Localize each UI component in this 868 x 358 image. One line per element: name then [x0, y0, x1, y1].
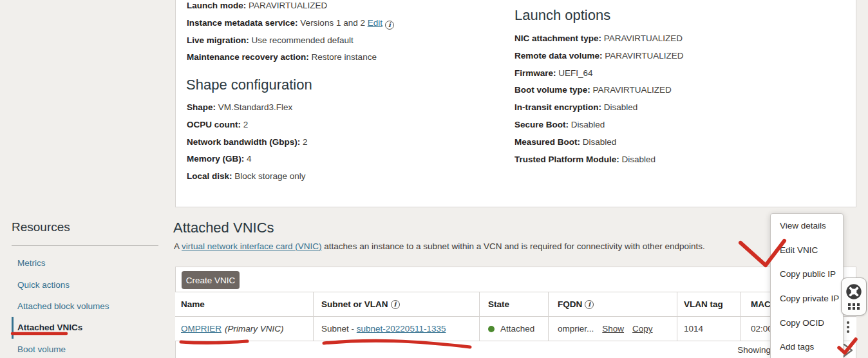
launch-options-heading: Launch options	[514, 7, 610, 24]
sidebar-resources-list: Metrics Quick actions Attached block vol…	[12, 252, 160, 358]
cell-name: OMPRIER(Primary VNIC)	[175, 317, 314, 341]
fqdn-show-link[interactable]: Show	[602, 324, 624, 334]
detail-nic-attachment: NIC attachment type: PARAVIRTUALIZED	[514, 30, 684, 48]
detail-memory: Memory (GB): 4	[187, 151, 308, 168]
cell-vlan-tag: 1014	[677, 317, 741, 341]
extension-widget[interactable]	[841, 278, 867, 316]
sidebar-divider	[12, 245, 158, 246]
resources-heading: Resources	[12, 220, 70, 234]
edit-metadata-link[interactable]: Edit	[368, 18, 382, 28]
menu-item-copy-public-ip[interactable]: Copy public IP	[771, 262, 843, 287]
primary-vnic-note: (Primary VNIC)	[225, 324, 284, 334]
vnic-name-link[interactable]: OMPRIER	[181, 324, 222, 334]
detail-remote-data-volume: Remote data volume: PARAVIRTUALIZED	[514, 48, 684, 65]
col-header-fqdn: FQDN	[549, 292, 677, 316]
menu-item-copy-ocid[interactable]: Copy OCID	[771, 310, 843, 335]
vnic-doc-link[interactable]: virtual network interface card (VNIC)	[182, 241, 322, 251]
state-attached-dot	[488, 326, 495, 332]
attached-vnics-description: A virtual network interface card (VNIC) …	[174, 241, 705, 251]
vnics-table-header: Name Subnet or VLAN State FQDN VLAN tag …	[175, 292, 856, 317]
col-header-name: Name	[175, 292, 314, 316]
detail-bandwidth: Network bandwidth (Gbps): 2	[187, 134, 308, 151]
subnet-link[interactable]: subnet-20220511-1335	[357, 324, 446, 334]
cell-state: Attached	[480, 317, 549, 341]
detail-shape: Shape: VM.Standard3.Flex	[187, 99, 308, 117]
shape-configuration-heading: Shape configuration	[186, 77, 312, 93]
cell-subnet: Subnet - subnet-20220511-1335	[314, 317, 480, 341]
shape-details: Shape: VM.Standard3.Flex OCPU count: 2 N…	[187, 99, 308, 185]
detail-secure-boot: Secure Boot: Disabled	[514, 117, 684, 134]
detail-measured-boot: Measured Boot: Disabled	[514, 134, 684, 151]
menu-item-copy-private-ip[interactable]: Copy private IP	[771, 287, 843, 311]
detail-maintenance-recovery: Maintenance recovery action: Restore ins…	[187, 49, 394, 66]
vnic-actions-context-menu: View details Edit VNIC Copy public IP Co…	[770, 213, 844, 358]
vnic-table-row: OMPRIER(Primary VNIC) Subnet - subnet-20…	[175, 317, 856, 341]
sidebar-item-attached-vnics[interactable]: Attached VNICs	[12, 317, 160, 338]
detail-tpm: Trusted Platform Module: Disabled	[514, 151, 684, 169]
launch-options-details: NIC attachment type: PARAVIRTUALIZED Rem…	[514, 30, 684, 168]
grid-dots-icon	[848, 303, 860, 310]
create-vnic-button[interactable]: Create VNIC	[182, 271, 240, 289]
col-header-state: State	[480, 292, 549, 316]
detail-in-transit-encryption: In-transit encryption: Disabled	[514, 99, 684, 117]
menu-item-view-details[interactable]: View details	[771, 214, 843, 238]
sidebar-item-attached-block-volumes[interactable]: Attached block volumes	[12, 296, 160, 317]
detail-launch-mode: Launch mode: PARAVIRTUALIZED	[187, 0, 394, 15]
info-icon[interactable]	[385, 21, 394, 30]
detail-local-disk: Local disk: Block storage only	[187, 168, 308, 185]
sidebar-item-quick-actions[interactable]: Quick actions	[12, 274, 160, 295]
detail-ocpu: OCPU count: 2	[187, 117, 308, 134]
row-actions-kebab-icon[interactable]	[844, 320, 852, 334]
menu-item-add-tags[interactable]: Add tags	[771, 335, 843, 358]
general-details: Launch mode: PARAVIRTUALIZED Instance me…	[187, 0, 394, 66]
sidebar-item-boot-volume[interactable]: Boot volume	[12, 339, 160, 358]
fqdn-copy-link[interactable]: Copy	[632, 324, 653, 334]
col-header-vlan-tag: VLAN tag	[677, 292, 741, 316]
attached-vnics-heading: Attached VNICs	[173, 220, 274, 236]
sidebar-item-metrics[interactable]: Metrics	[12, 252, 160, 274]
table-footer-showing: Showing	[683, 345, 771, 355]
col-header-subnet: Subnet or VLAN	[314, 292, 480, 316]
detail-metadata-service: Instance metadata service: Versions 1 an…	[187, 15, 394, 32]
menu-item-edit-vnic[interactable]: Edit VNIC	[771, 238, 843, 263]
info-icon[interactable]	[391, 300, 400, 309]
detail-live-migration: Live migration: Use recommended default	[187, 32, 394, 50]
cell-fqdn: omprier...ShowCopy	[549, 317, 677, 341]
oci-instance-page: Launch mode: PARAVIRTUALIZED Instance me…	[0, 0, 868, 358]
detail-firmware: Firmware: UEFI_64	[514, 65, 684, 82]
wheel-icon	[845, 283, 862, 300]
detail-boot-volume-type: Boot volume type: PARAVIRTUALIZED	[514, 82, 684, 99]
info-icon[interactable]	[585, 300, 594, 309]
